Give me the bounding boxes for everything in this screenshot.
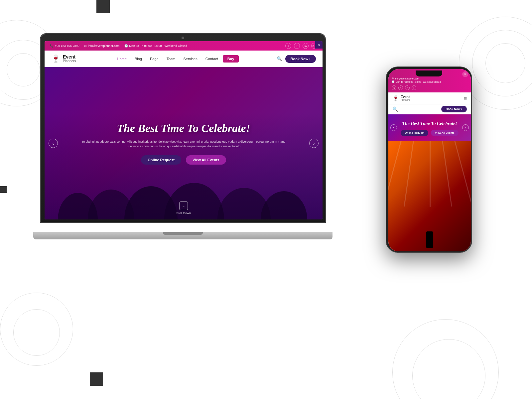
performer-silhouette bbox=[426, 231, 433, 248]
phone-close-button[interactable]: × bbox=[462, 71, 468, 77]
stage-lights bbox=[388, 141, 471, 207]
phone-navbar: 🍷 Event Planners ≡ bbox=[388, 92, 471, 104]
hamburger-menu-icon[interactable]: ≡ bbox=[464, 95, 467, 101]
rect-deco-1 bbox=[96, 0, 110, 13]
phone-concert-image bbox=[388, 141, 471, 251]
phone-logo: 🍷 Event Planners bbox=[392, 95, 410, 101]
phone-email-item: ✉ info@eventplanner.com bbox=[392, 77, 467, 80]
phone-search-row: 🔍 Book Now › bbox=[388, 104, 471, 114]
search-icon[interactable]: 🔍 bbox=[277, 56, 282, 61]
phone-hours-item: 🕐 Mon To Fri 08:00 - 18:00 - Weekend Clo… bbox=[392, 80, 467, 83]
light-beam-5 bbox=[454, 141, 471, 205]
light-beam-3 bbox=[430, 141, 431, 207]
website-logo: 🍷 Event Planners bbox=[51, 55, 76, 63]
nav-right-area: 🔍 Book Now › bbox=[277, 55, 316, 63]
nav-link-services[interactable]: Services bbox=[180, 56, 201, 62]
topbar-email: ✉ info@eventplanner.com bbox=[84, 44, 120, 48]
hero-buttons: Online Request View All Events bbox=[80, 155, 287, 165]
logo-text-block: Event Planners bbox=[63, 55, 76, 63]
circle-deco-8 bbox=[485, 43, 525, 83]
laptop-camera bbox=[182, 37, 184, 39]
phone-social-twitter[interactable]: 𝕏 bbox=[392, 85, 396, 90]
social-facebook[interactable]: f bbox=[294, 43, 300, 49]
phone-hero-arrows: ‹ › bbox=[388, 124, 471, 131]
light-beam-4 bbox=[442, 141, 452, 206]
topbar-phone-text: +00 123-456-7890 bbox=[55, 44, 79, 48]
website-navbar: 🍷 Event Planners Home Blog Page Team Ser… bbox=[45, 51, 323, 67]
phone-social-gplus[interactable]: G+ bbox=[412, 85, 416, 90]
scroll-down-label: Sroll Down bbox=[176, 211, 191, 215]
logo-icon: 🍷 bbox=[51, 55, 60, 63]
clock-icon: 🕐 bbox=[124, 44, 128, 48]
nav-buy-button[interactable]: Buy bbox=[223, 55, 239, 63]
circle-deco-5 bbox=[13, 309, 60, 356]
phone-next-arrow[interactable]: › bbox=[462, 124, 469, 131]
hero-content: The Best Time To Celebrate! Te obtinuit … bbox=[67, 122, 300, 165]
phone-prev-arrow[interactable]: ‹ bbox=[390, 124, 397, 131]
topbar-left: 📞 +00 123-456-7890 ✉ info@eventplanner.c… bbox=[50, 44, 187, 48]
phone-hero-section: ‹ › The Best Time To Celebrate! Online R… bbox=[388, 114, 471, 141]
topbar-email-text: info@eventplanner.com bbox=[88, 44, 120, 48]
logo-sub-text: Planners bbox=[63, 59, 76, 63]
phone-social-facebook[interactable]: f bbox=[398, 85, 403, 90]
phone-logo-icon: 🍷 bbox=[392, 95, 399, 101]
phone-top-info: ✉ info@eventplanner.com 🕐 Mon To Fri 08:… bbox=[392, 77, 467, 83]
hero-section: ‹ › The Best Time To Celebrate! Te obtin… bbox=[45, 67, 323, 219]
email-icon: ✉ bbox=[84, 44, 87, 48]
phone-logo-text: Event Planners bbox=[401, 95, 410, 101]
close-icon: × bbox=[464, 72, 466, 76]
phone-logo-sub: Planners bbox=[401, 99, 410, 101]
nav-link-contact[interactable]: Contact bbox=[202, 56, 221, 62]
social-twitter[interactable]: 𝕏 bbox=[285, 43, 291, 49]
phone-logo-main: Event bbox=[401, 95, 410, 99]
nav-link-team[interactable]: Team bbox=[163, 56, 179, 62]
topbar-socials: 𝕏 f in G+ bbox=[285, 43, 317, 49]
logo-main-text: Event bbox=[63, 55, 76, 59]
phone-email-text: info@eventplanner.com bbox=[395, 77, 419, 80]
nav-links-container: Home Blog Page Team Services Contact Buy bbox=[114, 55, 239, 63]
phone-book-now-button[interactable]: Book Now › bbox=[441, 106, 467, 112]
phone-notch bbox=[416, 70, 442, 76]
hero-next-arrow[interactable]: › bbox=[309, 139, 319, 148]
phone-social-icons: 𝕏 f in G+ bbox=[392, 84, 467, 91]
circle-deco-9 bbox=[392, 319, 499, 399]
nav-link-page[interactable]: Page bbox=[147, 56, 162, 62]
view-all-events-button[interactable]: View All Events bbox=[186, 155, 226, 165]
laptop-screen: 📞 +00 123-456-7890 ✉ info@eventplanner.c… bbox=[45, 41, 323, 219]
phone-shell: × ✉ info@eventplanner.com 🕐 Mon To Fri 0… bbox=[386, 66, 472, 253]
circle-deco-7 bbox=[472, 30, 532, 96]
nav-link-blog[interactable]: Blog bbox=[131, 56, 145, 62]
light-beam-1 bbox=[388, 141, 402, 205]
circle-deco-4 bbox=[0, 293, 73, 366]
phone-social-linkedin[interactable]: in bbox=[405, 85, 410, 90]
phone-website-content: × ✉ info@eventplanner.com 🕐 Mon To Fri 0… bbox=[388, 69, 471, 251]
phone-device: × ✉ info@eventplanner.com 🕐 Mon To Fri 0… bbox=[386, 66, 472, 253]
topbar-hours-text: Mon To Fri 08:00 - 18:00 - Weekend Close… bbox=[129, 44, 187, 48]
circle-deco-10 bbox=[412, 339, 485, 399]
phone-search-icon[interactable]: 🔍 bbox=[392, 106, 398, 112]
topbar-hours: 🕐 Mon To Fri 08:00 - 18:00 - Weekend Clo… bbox=[124, 44, 187, 48]
nav-link-home[interactable]: Home bbox=[114, 56, 130, 62]
social-linkedin[interactable]: in bbox=[303, 43, 309, 49]
topbar-phone: 📞 +00 123-456-7890 bbox=[50, 44, 79, 48]
laptop-shell: 📞 +00 123-456-7890 ✉ info@eventplanner.c… bbox=[40, 33, 326, 223]
topbar-chevron-button[interactable]: ∨ bbox=[315, 41, 323, 49]
website-topbar: 📞 +00 123-456-7890 ✉ info@eventplanner.c… bbox=[45, 41, 323, 51]
book-now-button[interactable]: Book Now › bbox=[285, 55, 316, 63]
light-beam-2 bbox=[404, 141, 414, 206]
hero-title: The Best Time To Celebrate! bbox=[80, 122, 287, 135]
website-content: 📞 +00 123-456-7890 ✉ info@eventplanner.c… bbox=[45, 41, 323, 219]
laptop-device: 📞 +00 123-456-7890 ✉ info@eventplanner.c… bbox=[40, 33, 329, 239]
phone-email-icon: ✉ bbox=[392, 77, 394, 80]
phone-clock-icon: 🕐 bbox=[392, 80, 395, 83]
scroll-down-icon[interactable]: ⌄ bbox=[179, 201, 188, 210]
laptop-base bbox=[33, 232, 332, 239]
online-request-button[interactable]: Online Request bbox=[141, 155, 181, 165]
phone-screen: × ✉ info@eventplanner.com 🕐 Mon To Fri 0… bbox=[388, 69, 471, 251]
concert-stage bbox=[388, 141, 471, 251]
hero-body-text: Te obtinuit ut adepto satis somno. Aliis… bbox=[80, 139, 287, 149]
rect-deco-4 bbox=[90, 372, 103, 386]
phone-icon: 📞 bbox=[50, 44, 54, 48]
rect-deco-2 bbox=[0, 186, 7, 193]
hero-prev-arrow[interactable]: ‹ bbox=[49, 139, 58, 148]
